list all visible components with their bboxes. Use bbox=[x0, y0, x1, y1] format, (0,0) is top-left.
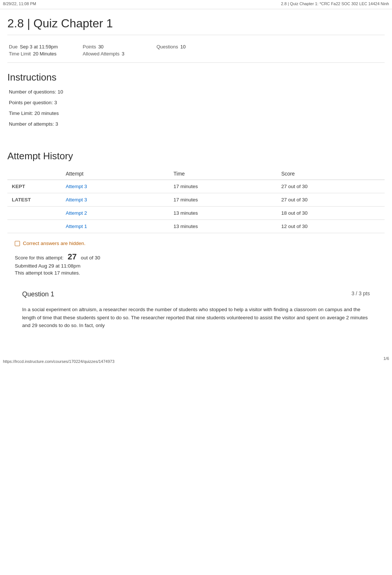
question-1-title: Question 1 bbox=[22, 290, 54, 298]
instruction-line: Number of questions: 10 bbox=[7, 89, 385, 95]
browser-timestamp: 8/29/22, 11:08 PM bbox=[3, 1, 36, 6]
notice-icon bbox=[15, 241, 20, 246]
attempt-score-cell: 27 out of 30 bbox=[277, 193, 385, 207]
instruction-line: Time Limit: 20 minutes bbox=[7, 110, 385, 116]
attempt-time-cell: 17 minutes bbox=[169, 180, 277, 193]
question-1-header: Question 1 3 / 3 pts bbox=[22, 290, 370, 298]
attempt-link[interactable]: Attempt 3 bbox=[66, 197, 87, 203]
footer: https://lrccd.instructure.com/courses/17… bbox=[0, 352, 392, 365]
hidden-notice: Correct answers are hidden. bbox=[7, 233, 385, 249]
attempt-score-cell: 27 out of 30 bbox=[277, 180, 385, 193]
page-container: 2.8 | Quiz Chapter 1 Due Sep 3 at 11:59p… bbox=[0, 11, 392, 352]
question-1-section: Question 1 3 / 3 pts In a social experim… bbox=[7, 290, 385, 330]
attempt-link-cell[interactable]: Attempt 3 bbox=[61, 180, 169, 193]
instruction-line: Points per question: 3 bbox=[7, 100, 385, 105]
attempt-label-cell: KEPT bbox=[7, 180, 61, 193]
instruction-line: Number of attempts: 3 bbox=[7, 121, 385, 127]
instructions-title: Instructions bbox=[7, 72, 385, 83]
allowed-attempts-meta: Allowed Attempts 3 bbox=[83, 51, 157, 57]
attempt-label-cell bbox=[7, 207, 61, 220]
points-label: Points bbox=[83, 44, 96, 50]
points-value: 30 bbox=[98, 44, 103, 50]
browser-bar: 8/29/22, 11:08 PM 2.8 | Quiz Chapter 1: … bbox=[0, 0, 392, 7]
attempt-score-cell: 12 out of 30 bbox=[277, 220, 385, 233]
table-row: LATESTAttempt 317 minutes27 out of 30 bbox=[7, 193, 385, 207]
due-meta: Due Sep 3 at 11:59pm bbox=[9, 44, 83, 50]
score-out-of: out of 30 bbox=[81, 255, 100, 261]
attempt-time-cell: 13 minutes bbox=[169, 207, 277, 220]
due-value: Sep 3 at 11:59pm bbox=[20, 44, 58, 50]
score-section: Score for this attempt: 27 out of 30 Sub… bbox=[7, 249, 385, 283]
col-label-header bbox=[7, 168, 61, 180]
col-score-header: Score bbox=[277, 168, 385, 180]
score-label: Score for this attempt: bbox=[15, 255, 63, 261]
attempt-link-cell[interactable]: Attempt 1 bbox=[61, 220, 169, 233]
attempt-label-cell bbox=[7, 220, 61, 233]
attempt-link[interactable]: Attempt 2 bbox=[66, 210, 87, 216]
took-line: This attempt took 17 minutes. bbox=[15, 270, 377, 276]
quiz-meta: Due Sep 3 at 11:59pm Points 30 Questions… bbox=[7, 41, 385, 63]
attempt-time-cell: 17 minutes bbox=[169, 193, 277, 207]
questions-label: Questions bbox=[157, 44, 178, 50]
notice-text: Correct answers are hidden. bbox=[23, 241, 86, 246]
question-1-text: In a social experiment on altruism, a re… bbox=[22, 306, 370, 330]
instructions-section: Instructions Number of questions: 10Poin… bbox=[7, 72, 385, 139]
table-row: Attempt 213 minutes18 out of 30 bbox=[7, 207, 385, 220]
question-1-points: 3 / 3 pts bbox=[351, 290, 370, 296]
page-title: 2.8 | Quiz Chapter 1 bbox=[7, 11, 385, 35]
due-label: Due bbox=[9, 44, 18, 50]
footer-url: https://lrccd.instructure.com/courses/17… bbox=[0, 352, 117, 365]
attempt-label-cell: LATEST bbox=[7, 193, 61, 207]
submitted-line: Submitted Aug 29 at 11:08pm bbox=[15, 263, 377, 269]
time-limit-value: 20 Minutes bbox=[33, 51, 56, 57]
table-row: KEPTAttempt 317 minutes27 out of 30 bbox=[7, 180, 385, 193]
allowed-attempts-value: 3 bbox=[122, 51, 124, 57]
questions-value: 10 bbox=[180, 44, 186, 50]
col-attempt-header: Attempt bbox=[61, 168, 169, 180]
attempt-history-title: Attempt History bbox=[7, 150, 385, 162]
attempt-score-cell: 18 out of 30 bbox=[277, 207, 385, 220]
table-row: Attempt 113 minutes12 out of 30 bbox=[7, 220, 385, 233]
page-number: 1/6 bbox=[384, 356, 392, 361]
points-meta: Points 30 bbox=[83, 44, 157, 50]
attempt-time-cell: 13 minutes bbox=[169, 220, 277, 233]
browser-page-title: 2.8 | Quiz Chapter 1: *CRC Fa22 SOC 302 … bbox=[281, 1, 389, 6]
score-number: 27 bbox=[68, 252, 76, 261]
attempt-link[interactable]: Attempt 3 bbox=[66, 184, 87, 189]
score-line: Score for this attempt: 27 out of 30 bbox=[15, 252, 377, 262]
questions-meta: Questions 10 bbox=[157, 44, 230, 50]
attempt-link-cell[interactable]: Attempt 3 bbox=[61, 193, 169, 207]
attempt-link-cell[interactable]: Attempt 2 bbox=[61, 207, 169, 220]
col-time-header: Time bbox=[169, 168, 277, 180]
attempt-table: Attempt Time Score KEPTAttempt 317 minut… bbox=[7, 168, 385, 233]
time-limit-label: Time Limit bbox=[9, 51, 31, 57]
time-limit-meta: Time Limit 20 Minutes bbox=[9, 51, 83, 57]
allowed-attempts-label: Allowed Attempts bbox=[83, 51, 120, 57]
attempt-link[interactable]: Attempt 1 bbox=[66, 224, 87, 229]
attempt-history-section: Attempt History Attempt Time Score KEPTA… bbox=[7, 150, 385, 233]
